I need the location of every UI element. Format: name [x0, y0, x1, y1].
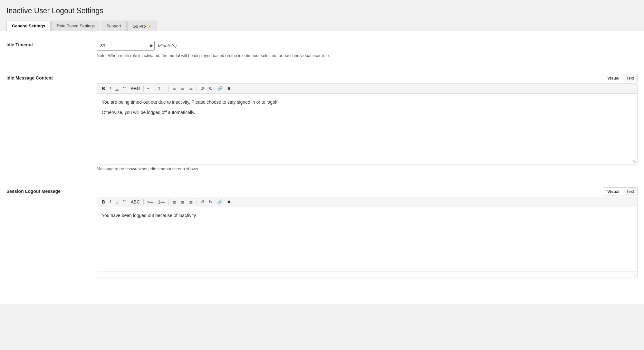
- session-logout-section: Session Logout Message Visual Text B I U…: [6, 187, 638, 284]
- italic-button-2[interactable]: I: [108, 199, 112, 205]
- idle-timeout-label: Idle Timeout: [6, 41, 97, 47]
- session-logout-content: Visual Text B I U ““ ABC •— 1— ≣: [97, 187, 638, 278]
- spinner-down-icon[interactable]: [149, 46, 153, 48]
- session-logout-view-toggle: Visual Text: [97, 187, 638, 195]
- tab-go-pro[interactable]: Go Pro ★: [127, 21, 157, 31]
- strikethrough-button[interactable]: ABC: [129, 86, 141, 91]
- align-right-button-2[interactable]: ≣: [187, 199, 195, 205]
- idle-timeout-input[interactable]: [97, 41, 155, 51]
- spinner-up-icon[interactable]: [149, 44, 153, 46]
- ordered-list-button-2[interactable]: 1—: [156, 199, 167, 205]
- link-button[interactable]: 🔗: [216, 86, 224, 91]
- link-button-2[interactable]: 🔗: [216, 199, 224, 205]
- idle-message-editor-content[interactable]: You are being timed-out out due to inact…: [97, 94, 637, 158]
- strikethrough-button-2[interactable]: ABC: [129, 199, 141, 205]
- align-right-button[interactable]: ≣: [187, 86, 195, 91]
- close-button[interactable]: ✖: [226, 86, 233, 91]
- page-title: Inactive User Logout Settings: [0, 6, 644, 20]
- bold-button-2[interactable]: B: [100, 199, 107, 205]
- idle-timeout-input-wrapper: [97, 41, 155, 51]
- session-logout-visual-btn[interactable]: Visual: [604, 187, 623, 195]
- idle-message-visual-btn[interactable]: Visual: [604, 74, 623, 82]
- idle-message-toolbar: B I U ““ ABC •— 1— ≣ ≣ ≣ ↺ ↻: [97, 84, 637, 94]
- idle-timeout-unit: Minute(s): [158, 43, 177, 48]
- idle-message-editor: B I U ““ ABC •— 1— ≣ ≣ ≣ ↺ ↻: [97, 83, 638, 165]
- redo-button-2[interactable]: ↻: [207, 199, 214, 205]
- underline-button-2[interactable]: U: [114, 199, 120, 205]
- session-editor-resize-handle[interactable]: ↘: [97, 271, 637, 278]
- undo-button-2[interactable]: ↺: [199, 199, 206, 205]
- idle-message-text-btn[interactable]: Text: [623, 74, 638, 82]
- blockquote-button[interactable]: ““: [121, 86, 128, 91]
- ordered-list-button[interactable]: 1—: [156, 86, 167, 91]
- idle-message-section: Idle Message Content Visual Text B I U “…: [6, 74, 638, 178]
- underline-button[interactable]: U: [114, 86, 120, 91]
- close-button-2[interactable]: ✖: [226, 199, 233, 205]
- editor-resize-handle[interactable]: ↘: [97, 158, 637, 164]
- idle-timeout-content: Minute(s) Note: When multi-role is activ…: [97, 41, 638, 58]
- toolbar-sep-5: [168, 199, 169, 205]
- toolbar-sep-6: [197, 199, 197, 205]
- blockquote-button-2[interactable]: ““: [121, 199, 128, 205]
- session-logout-editor: B I U ““ ABC •— 1— ≣ ≣ ≣ ↺ ↻: [97, 197, 638, 278]
- session-logout-toolbar: B I U ““ ABC •— 1— ≣ ≣ ≣ ↺ ↻: [97, 197, 637, 207]
- toolbar-sep-2: [168, 86, 169, 91]
- align-left-button[interactable]: ≣: [171, 86, 178, 91]
- toolbar-sep-1: [143, 86, 144, 91]
- idle-message-view-toggle: Visual Text: [97, 74, 638, 82]
- undo-button[interactable]: ↺: [199, 86, 206, 91]
- unordered-list-button[interactable]: •—: [146, 86, 155, 91]
- idle-timeout-section: Idle Timeout Minute(s) Note: When multi-…: [6, 41, 638, 64]
- redo-button[interactable]: ↻: [207, 86, 214, 91]
- tabs-bar: General Settings Role Based Settings Sup…: [0, 20, 644, 31]
- idle-timeout-row: Minute(s): [97, 41, 638, 51]
- align-center-button-2[interactable]: ≣: [179, 199, 186, 205]
- toolbar-sep-3: [197, 86, 197, 91]
- unordered-list-button-2[interactable]: •—: [146, 199, 155, 205]
- idle-message-helper: Message to be shown when idle timeout sc…: [97, 166, 638, 171]
- bold-button[interactable]: B: [100, 86, 107, 91]
- align-left-button-2[interactable]: ≣: [171, 199, 178, 205]
- idle-message-content: Visual Text B I U ““ ABC •— 1— ≣: [97, 74, 638, 171]
- tab-general-settings[interactable]: General Settings: [6, 21, 51, 31]
- italic-button[interactable]: I: [108, 86, 112, 91]
- session-logout-label: Session Logout Message: [6, 187, 97, 194]
- idle-message-label: Idle Message Content: [6, 74, 97, 80]
- session-logout-editor-content[interactable]: You have been logged out because of inac…: [97, 207, 637, 271]
- align-center-button[interactable]: ≣: [179, 86, 186, 91]
- tab-support[interactable]: Support: [101, 21, 127, 31]
- content-area: Idle Timeout Minute(s) Note: When multi-…: [0, 31, 644, 304]
- star-icon: ★: [148, 24, 151, 29]
- toolbar-sep-4: [143, 199, 144, 205]
- session-logout-text-btn[interactable]: Text: [623, 187, 638, 195]
- tab-role-based-settings[interactable]: Role Based Settings: [51, 21, 100, 31]
- page-wrapper: Inactive User Logout Settings General Se…: [0, 0, 644, 350]
- idle-timeout-note: Note: When multi-role is activated, the …: [97, 53, 638, 58]
- idle-timeout-spinner[interactable]: [149, 44, 153, 48]
